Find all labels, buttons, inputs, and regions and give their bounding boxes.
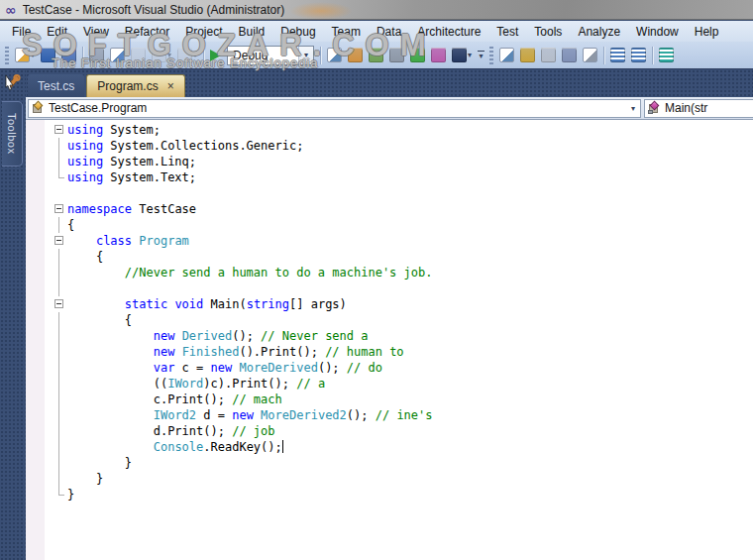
code-line[interactable]: { xyxy=(45,249,753,265)
display-member-list-icon[interactable] xyxy=(497,46,516,64)
code-line[interactable] xyxy=(45,185,753,201)
code-text: { xyxy=(67,312,132,328)
tab-test-cs[interactable]: Test.cs xyxy=(28,74,84,97)
outlining-margin xyxy=(53,360,66,376)
chevron-down-icon[interactable]: ▾ xyxy=(626,100,640,117)
new-project-icon[interactable]: ▾ xyxy=(13,46,37,64)
find-in-files-icon[interactable] xyxy=(325,46,344,64)
comment-selection-icon[interactable] xyxy=(657,46,676,64)
visual-studio-icon[interactable]: ∞ xyxy=(5,3,17,17)
menu-item-help[interactable]: Help xyxy=(687,23,727,41)
close-tab-icon[interactable]: × xyxy=(167,80,174,92)
code-line[interactable]: using System.Collections.Generic; xyxy=(45,138,753,154)
toolbar-grip[interactable] xyxy=(489,47,493,64)
toolbar-options-button[interactable]: ▾ xyxy=(476,50,486,61)
code-line[interactable]: IWord2 d = new MoreDerived2(); // ine's xyxy=(45,407,753,423)
start-debugging-button[interactable] xyxy=(208,48,223,63)
code-text: } xyxy=(67,487,74,503)
menu-item-architecture[interactable]: Architecture xyxy=(409,23,488,41)
code-line[interactable]: static void Main(string[] args) xyxy=(45,296,753,312)
dropdown-arrow-icon: ▾ xyxy=(193,52,197,59)
code-text: c.Print(); // mach xyxy=(67,392,282,407)
selection-margin[interactable] xyxy=(26,120,45,560)
dropdown-arrow-icon[interactable]: ▾ xyxy=(468,52,472,59)
chevron-down-icon[interactable]: ▾ xyxy=(298,47,313,64)
code-line[interactable]: Console.ReadKey(); xyxy=(45,439,753,455)
code-line[interactable]: using System.Text; xyxy=(45,169,753,185)
menu-item-refactor[interactable]: Refactor xyxy=(117,23,177,41)
properties-window-icon[interactable] xyxy=(346,46,365,64)
menu-item-data[interactable]: Data xyxy=(369,23,409,41)
debug-configuration-select[interactable]: Debug ▾ xyxy=(227,46,314,65)
code-line[interactable]: new Finished().Print(); // human to xyxy=(45,344,753,360)
menu-item-test[interactable]: Test xyxy=(488,23,526,41)
menu-item-project[interactable]: Project xyxy=(177,23,230,41)
toolbox-tab[interactable]: Toolbox xyxy=(2,101,23,167)
outlining-collapse-box[interactable] xyxy=(53,122,66,138)
cut-icon[interactable] xyxy=(87,46,106,64)
toolbar-separator xyxy=(82,47,83,64)
dropdown-arrow-icon[interactable]: ▾ xyxy=(31,52,35,59)
outlining-margin xyxy=(53,471,66,487)
menu-item-build[interactable]: Build xyxy=(231,23,273,41)
display-word-completion-icon[interactable] xyxy=(560,46,579,64)
title-bar[interactable]: ∞ TestCase - Microsoft Visual Studio (Ad… xyxy=(0,0,753,20)
code-line[interactable]: } xyxy=(45,455,753,471)
copy-icon[interactable] xyxy=(108,46,127,64)
code-line[interactable]: } xyxy=(45,471,753,487)
extension-manager-icon[interactable] xyxy=(429,46,448,64)
tools-options-icon[interactable] xyxy=(387,46,406,64)
insert-snippet-icon[interactable] xyxy=(581,46,599,64)
menu-item-team[interactable]: Team xyxy=(324,23,369,41)
editor-code-area[interactable]: using System;using System.Collections.Ge… xyxy=(45,120,753,560)
outlining-collapse-box[interactable] xyxy=(53,296,66,312)
outlining-margin xyxy=(53,217,66,233)
code-line[interactable]: new Derived(); // Never send a xyxy=(45,328,753,344)
class-icon xyxy=(31,101,45,115)
menu-item-window[interactable]: Window xyxy=(628,23,687,41)
code-line[interactable]: //Never send a human to do a machine's j… xyxy=(45,265,753,280)
save-all-icon[interactable] xyxy=(59,46,78,64)
types-dropdown[interactable]: TestCase.Program ▾ xyxy=(28,99,641,118)
code-text: Console.ReadKey(); xyxy=(67,439,283,455)
menu-item-file[interactable]: File xyxy=(4,23,39,41)
menu-item-debug[interactable]: Debug xyxy=(272,23,323,41)
members-dropdown[interactable]: Main(str xyxy=(644,99,753,118)
command-window-icon[interactable]: ▾ xyxy=(450,46,474,64)
code-line[interactable]: d.Print(); // job xyxy=(45,423,753,439)
code-line[interactable]: namespace TestCase xyxy=(45,201,753,217)
code-line[interactable] xyxy=(45,280,753,296)
save-icon[interactable] xyxy=(39,46,57,64)
left-dock-rail: Toolbox xyxy=(0,69,26,560)
members-dropdown-value: Main(str xyxy=(663,101,753,115)
code-line[interactable]: ((IWord)c).Print(); // a xyxy=(45,376,753,392)
code-line[interactable]: class Program xyxy=(45,233,753,249)
outlining-margin xyxy=(53,280,66,296)
display-quick-info-icon[interactable] xyxy=(539,46,558,64)
menu-item-analyze[interactable]: Analyze xyxy=(570,23,628,41)
code-line[interactable]: } xyxy=(45,487,753,503)
menu-bar: FileEditViewRefactorProjectBuildDebugTea… xyxy=(0,21,753,42)
menu-item-view[interactable]: View xyxy=(75,23,117,41)
code-line[interactable]: var c = new MoreDerived(); // do xyxy=(45,360,753,376)
menu-item-tools[interactable]: Tools xyxy=(526,23,570,41)
outlining-collapse-box[interactable] xyxy=(53,233,66,249)
code-line[interactable]: { xyxy=(45,312,753,328)
object-browser-icon[interactable] xyxy=(367,46,385,64)
outlining-margin xyxy=(53,344,66,360)
display-parameter-info-icon[interactable] xyxy=(518,46,537,64)
code-line[interactable]: using System.Linq; xyxy=(45,154,753,169)
play-icon xyxy=(210,50,221,61)
decrease-indent-icon[interactable] xyxy=(608,46,627,64)
menu-item-edit[interactable]: Edit xyxy=(39,23,75,41)
toolbar-grip[interactable] xyxy=(5,47,9,64)
code-line[interactable]: using System; xyxy=(45,122,753,138)
code-line[interactable]: { xyxy=(45,217,753,233)
increase-indent-icon[interactable] xyxy=(629,46,648,64)
code-line[interactable]: c.Print(); // mach xyxy=(45,392,753,407)
code-text: namespace TestCase xyxy=(67,201,196,217)
tab-program-cs[interactable]: Program.cs× xyxy=(86,74,184,97)
outlining-margin xyxy=(53,185,66,201)
navigate-to-icon[interactable] xyxy=(408,46,427,64)
outlining-collapse-box[interactable] xyxy=(53,201,66,217)
